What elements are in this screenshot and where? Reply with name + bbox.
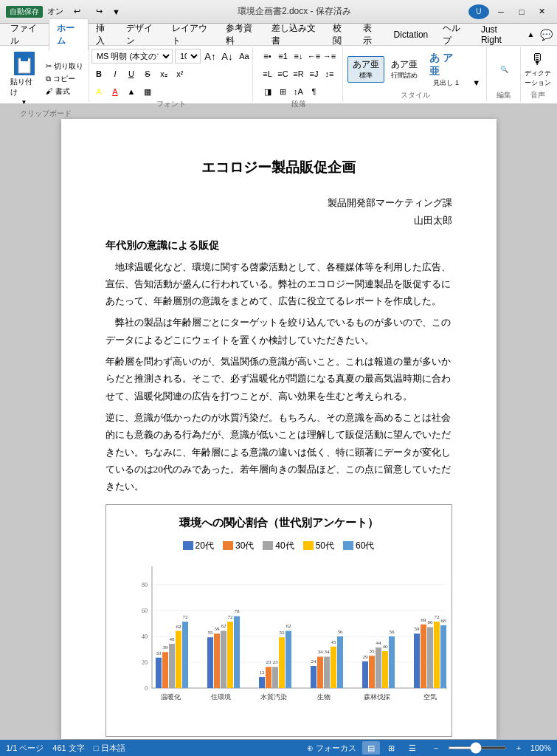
copy-button[interactable]: ⧉ コピー [44, 73, 86, 85]
align-center-button[interactable]: ≡C [276, 66, 291, 81]
comment-button[interactable]: 💬 [539, 28, 554, 41]
zoom-slider[interactable] [448, 746, 507, 749]
close-button[interactable]: ✕ [533, 5, 551, 18]
svg-rect-72 [440, 625, 446, 688]
section1-title: 年代別の意識による販促 [105, 237, 452, 255]
superscript-button[interactable]: x² [173, 66, 187, 81]
align-right-button[interactable]: ≡R [291, 66, 306, 81]
tab-insert[interactable]: 挿入 [89, 19, 119, 50]
style-heading1[interactable]: あ ア 亜 見出し 1 [424, 49, 468, 90]
zoom-in-button[interactable]: + [510, 741, 527, 755]
decrease-indent-button[interactable]: ←≡ [307, 49, 322, 63]
undo-button[interactable]: ↩ [68, 5, 86, 18]
line-spacing-button[interactable]: ↕≡ [322, 66, 337, 81]
font-color-button[interactable]: A [108, 84, 122, 99]
view-web-button[interactable]: ⊞ [383, 741, 401, 755]
font-size-select[interactable]: 10.5 [175, 49, 201, 63]
border-button[interactable]: ▦ [140, 84, 155, 99]
user-avatar[interactable]: U [468, 4, 489, 19]
styles-content: あア亜 標準 あア亜 行間詰め あ ア 亜 見出し 1 ▼ [347, 49, 483, 90]
increase-indent-button[interactable]: →≡ [322, 49, 337, 63]
tab-design[interactable]: デザイン [119, 19, 165, 50]
svg-text:59: 59 [414, 626, 420, 632]
view-outline-button[interactable]: ☰ [404, 741, 421, 755]
tab-justright[interactable]: Just Right [474, 21, 523, 48]
style-normal[interactable]: あア亜 標準 [347, 56, 384, 83]
align-left-button[interactable]: ≡L [260, 66, 275, 81]
svg-rect-14 [162, 652, 168, 688]
numbered-list-button[interactable]: ≡1 [276, 49, 291, 63]
zoom-level[interactable]: 100% [530, 743, 551, 752]
text-highlight-button[interactable]: A [91, 84, 106, 99]
cut-button[interactable]: ✂ 切り取り [44, 61, 86, 72]
tab-home[interactable]: ホーム [49, 18, 89, 51]
svg-rect-15 [169, 644, 175, 688]
svg-text:62: 62 [176, 624, 181, 630]
tab-dictation[interactable]: Dictation [387, 27, 436, 43]
sort-button[interactable]: ↕A [291, 84, 306, 99]
multilevel-list-button[interactable]: ≡↓ [291, 49, 306, 63]
language[interactable]: □ 日本語 [94, 743, 125, 754]
strikethrough-button[interactable]: S [140, 66, 155, 81]
shading-button[interactable]: ▲ [124, 84, 139, 99]
ribbon-collapse-button[interactable]: ▲ [523, 28, 539, 41]
shading-para-button[interactable]: ◨ [260, 84, 275, 99]
bullet-list-button[interactable]: ≡• [260, 49, 275, 63]
dictation-button[interactable]: 🎙 ディクテーション [525, 58, 551, 81]
legend-label-30s: 30代 [235, 538, 254, 553]
svg-rect-47 [317, 656, 323, 688]
restore-button[interactable]: □ [513, 5, 530, 18]
document-page[interactable]: エコロジー製品販促企画 製品開発部マーケティング課 山田太郎 年代別の意識による… [61, 119, 497, 739]
svg-text:生物: 生物 [317, 693, 331, 701]
svg-rect-26 [221, 630, 226, 688]
border-para-button[interactable]: ⊞ [276, 84, 291, 99]
find-button[interactable]: 🔍 [491, 58, 517, 81]
paragraph2: 弊社の製品は年齢層ごとにターゲットを絞り込んでいるものが多いので、このデータによ… [105, 314, 452, 348]
tab-file[interactable]: ファイル [3, 19, 49, 50]
svg-text:62: 62 [221, 623, 226, 629]
clear-format-button[interactable]: Aa [237, 49, 252, 63]
show-marks-button[interactable]: ¶ [307, 84, 322, 99]
titlebar-left: 自動保存 オン ↩ ↪ ▼ [6, 5, 120, 18]
font-name-select[interactable]: MS 明朝 (本文のフォ [91, 49, 173, 63]
statusbar-left: 1/1 ページ 461 文字 □ 日本語 [6, 743, 125, 754]
format-painter-button[interactable]: 🖌 書式 [44, 86, 86, 97]
tab-references[interactable]: 参考資料 [218, 19, 264, 50]
styles-more-button[interactable]: ▼ [469, 75, 483, 90]
svg-text:森林伐採: 森林伐採 [364, 693, 390, 701]
svg-rect-13 [156, 658, 162, 688]
word-count[interactable]: 461 文字 [52, 743, 84, 754]
minimize-button[interactable]: ─ [492, 5, 510, 18]
tab-layout[interactable]: レイアウト [165, 19, 218, 50]
autosave-label: 自動保存 [6, 6, 43, 18]
paste-label: 貼り付け [10, 77, 38, 97]
paste-button[interactable]: 貼り付け ▼ [6, 49, 42, 109]
svg-rect-27 [227, 622, 233, 688]
legend-label-50s: 50代 [316, 538, 334, 553]
justify-button[interactable]: ≡J [307, 66, 322, 81]
legend-label-60s: 60代 [356, 538, 374, 553]
bold-button[interactable]: B [91, 66, 106, 81]
view-print-button[interactable]: ▤ [362, 741, 380, 755]
tab-help[interactable]: ヘルプ [435, 19, 474, 50]
tab-mailings[interactable]: 差し込み文書 [264, 19, 325, 50]
svg-text:23: 23 [272, 659, 278, 665]
style-compact[interactable]: あア亜 行間詰め [386, 56, 423, 83]
align-buttons: ≡L ≡C ≡R ≡J ↕≡ [260, 66, 337, 81]
focus-button[interactable]: ⊕ フォーカス [307, 743, 356, 754]
ribbon-group-clipboard: 貼り付け ▼ ✂ 切り取り ⧉ コピー 🖌 書式 クリップボード [3, 47, 89, 102]
page-info[interactable]: 1/1 ページ [6, 743, 44, 754]
increase-font-button[interactable]: A↑ [203, 49, 218, 63]
tab-view[interactable]: 表示 [356, 19, 386, 50]
zoom-out-button[interactable]: − [427, 741, 445, 755]
chart-title: 環境への関心割合（世代別アンケート） [115, 514, 443, 532]
svg-text:12: 12 [259, 670, 265, 676]
underline-button[interactable]: U [124, 66, 139, 81]
decrease-font-button[interactable]: A↓ [220, 49, 235, 63]
italic-button[interactable]: I [108, 66, 122, 81]
redo-button[interactable]: ↪ [90, 5, 108, 18]
paste-icon [14, 52, 35, 75]
editing-content: 🔍 [491, 49, 517, 90]
subscript-button[interactable]: x₂ [156, 66, 171, 81]
tab-review[interactable]: 校閲 [325, 19, 356, 50]
